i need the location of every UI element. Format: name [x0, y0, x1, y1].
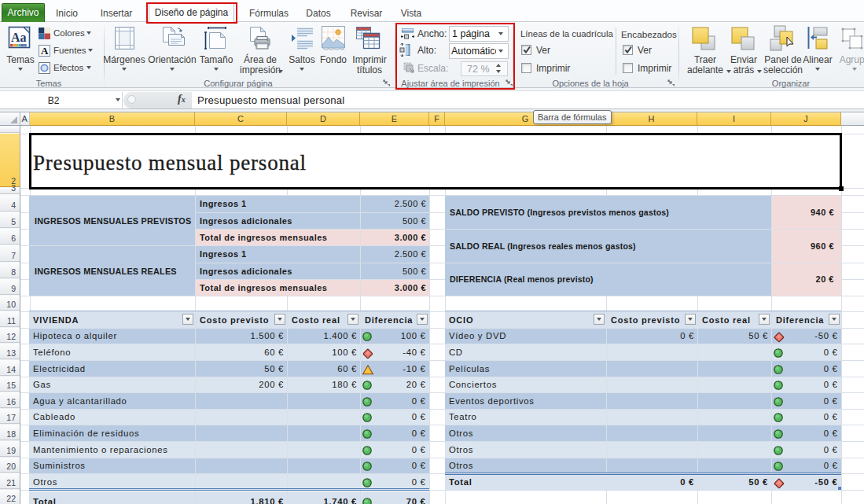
- svg-text:Aa: Aa: [11, 31, 27, 44]
- svg-text:A: A: [41, 45, 49, 57]
